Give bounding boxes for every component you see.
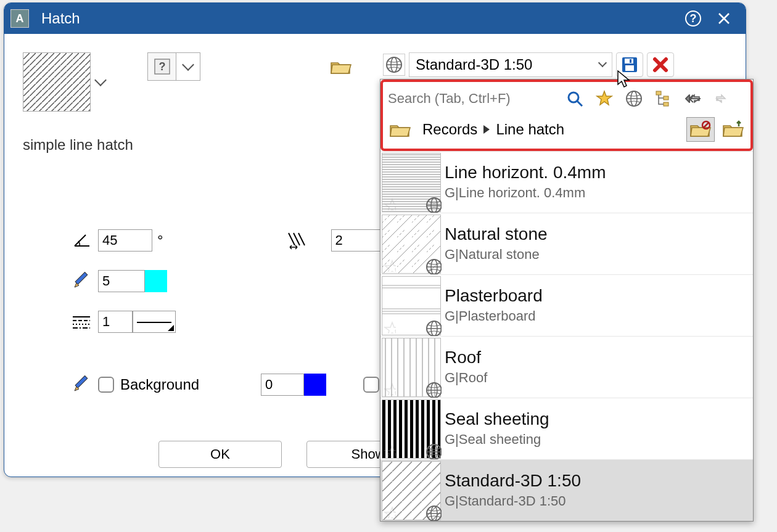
favorites-icon[interactable] (592, 86, 617, 111)
chevron-down-icon (94, 74, 107, 86)
folder-locked-button[interactable] (686, 117, 715, 142)
list-item[interactable]: RoofG|Roof (380, 336, 753, 398)
help-button[interactable]: ? (684, 9, 702, 28)
globe-icon (426, 320, 442, 336)
cancel-button[interactable] (647, 52, 674, 77)
window-title: Hatch (41, 10, 80, 27)
background-checkbox[interactable] (98, 377, 114, 393)
list-item-title: Line horizont. 0.4mm (445, 163, 606, 182)
saved-hatch-value: Standard-3D 1:50 (416, 56, 532, 73)
chevron-down-icon (598, 59, 607, 67)
hatch-type-select[interactable] (147, 52, 200, 81)
list-item-subtitle: G|Standard-3D 1:50 (445, 493, 581, 509)
angle-input[interactable] (98, 229, 152, 252)
hatch-thumbnail (382, 153, 441, 212)
list-item-subtitle: G|Seal sheeting (445, 432, 549, 448)
angle-unit: ° (157, 232, 163, 249)
breadcrumb-item[interactable]: Line hatch (496, 121, 564, 138)
svg-text:?: ? (690, 12, 697, 25)
folder-up-button[interactable] (721, 117, 746, 142)
hatch-thumbnail (382, 215, 441, 274)
star-outline-icon (384, 260, 396, 272)
hatch-thumbnail (382, 276, 441, 335)
background-pen-input[interactable] (261, 374, 304, 396)
preview-dropdown[interactable] (91, 52, 110, 112)
list-item-title: Roof (445, 348, 487, 367)
hatch-list: Line horizont. 0.4mmG|Line horizont. 0.4… (380, 151, 753, 521)
search-icon[interactable] (562, 86, 587, 111)
save-button[interactable] (616, 52, 643, 77)
close-button[interactable] (715, 9, 733, 28)
list-item-subtitle: G|Line horizont. 0.4mm (445, 185, 606, 201)
extra-checkbox[interactable] (363, 377, 379, 393)
globe-icon (426, 443, 442, 459)
linetype-picker[interactable] (133, 311, 176, 333)
svg-rect-43 (23, 53, 90, 111)
globe-icon (426, 382, 442, 398)
breadcrumb-separator-icon (483, 125, 490, 134)
titlebar: Hatch ? (4, 3, 746, 34)
linetype-icon (66, 313, 98, 330)
list-item-title: Seal sheeting (445, 410, 549, 429)
list-item-title: Natural stone (445, 225, 548, 244)
pen-input[interactable] (98, 270, 145, 292)
list-item-title: Standard-3D 1:50 (445, 472, 581, 491)
globe-icon[interactable] (622, 86, 646, 111)
nav-back-button[interactable] (681, 86, 705, 111)
globe-icon (426, 258, 442, 274)
star-outline-icon (384, 198, 396, 210)
list-item-subtitle: G|Natural stone (445, 247, 548, 263)
list-item-title: Plasterboard (445, 287, 543, 306)
hatch-thumbnail (382, 461, 441, 520)
spacing-icon (281, 231, 313, 250)
app-icon (10, 9, 29, 28)
hatch-library-popup: Records Line hatch Line horizont. 0.4mmG… (380, 79, 754, 522)
background-label: Background (120, 376, 199, 393)
pen-color-swatch[interactable] (145, 270, 167, 292)
nav-forward-button[interactable] (710, 86, 735, 111)
globe-icon (426, 505, 442, 521)
globe-icon (383, 54, 405, 76)
list-item[interactable]: PlasterboardG|Plasterboard (380, 274, 753, 336)
question-icon (148, 53, 176, 80)
star-outline-icon (384, 383, 396, 395)
spacing-input[interactable] (331, 229, 385, 252)
saved-hatch-select[interactable]: Standard-3D 1:50 (409, 52, 612, 77)
star-outline-icon (384, 444, 396, 457)
list-item[interactable]: Natural stoneG|Natural stone (380, 213, 753, 274)
chevron-down-icon (182, 59, 194, 71)
globe-icon (426, 197, 442, 213)
hatch-preview[interactable] (23, 52, 91, 112)
open-folder-button[interactable] (330, 57, 352, 76)
list-item[interactable]: Seal sheetingG|Seal sheeting (380, 398, 753, 459)
hatch-thumbnail (382, 338, 441, 397)
list-item-subtitle: G|Roof (445, 370, 487, 386)
pencil-icon (66, 375, 98, 394)
pencil-icon (66, 272, 98, 290)
list-item[interactable]: Standard-3D 1:50G|Standard-3D 1:50 (380, 459, 753, 521)
folder-icon[interactable] (388, 117, 413, 142)
hatch-thumbnail (382, 399, 441, 459)
list-item[interactable]: Line horizont. 0.4mmG|Line horizont. 0.4… (380, 151, 753, 213)
breadcrumb-item[interactable]: Records (422, 121, 477, 138)
breadcrumb[interactable]: Records Line hatch (422, 121, 564, 138)
search-input[interactable] (388, 86, 557, 111)
list-item-subtitle: G|Plasterboard (445, 308, 543, 324)
angle-icon (66, 231, 98, 250)
ok-button[interactable]: OK (158, 441, 282, 468)
tree-icon[interactable] (651, 86, 676, 111)
background-color-swatch[interactable] (304, 374, 326, 396)
library-nav-highlight: Records Line hatch (380, 80, 753, 151)
linetype-input[interactable] (98, 311, 133, 333)
star-outline-icon (384, 506, 396, 518)
star-outline-icon (384, 321, 396, 334)
